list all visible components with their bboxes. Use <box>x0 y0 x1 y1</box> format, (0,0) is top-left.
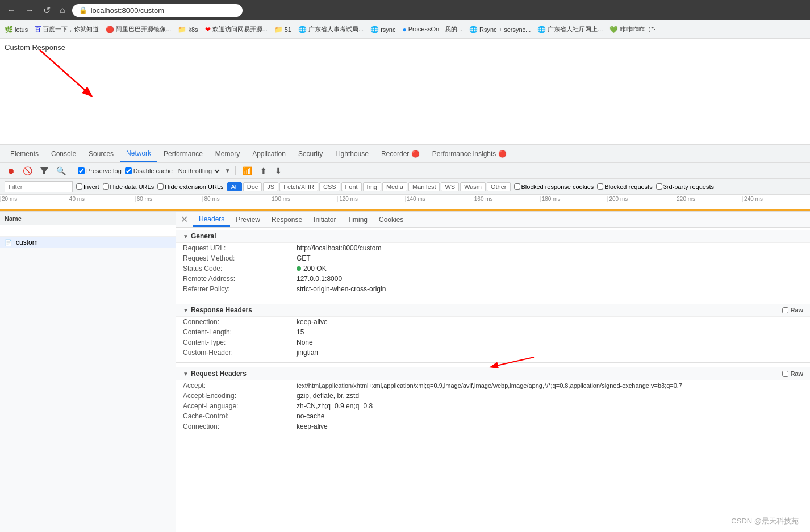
tab-performance-insights[interactable]: Performance insights 🔴 <box>427 146 512 161</box>
disable-cache-label[interactable]: Disable cache <box>125 167 173 174</box>
custom-header-row: Custom-Header: jingtian <box>176 347 810 358</box>
tab-console[interactable]: Console <box>45 146 82 161</box>
request-raw-checkbox[interactable] <box>782 371 788 377</box>
blocked-requests-checkbox[interactable] <box>597 183 603 190</box>
response-headers-section-header[interactable]: ▼ Response Headers Raw <box>176 304 810 317</box>
hide-data-urls-label[interactable]: Hide data URLs <box>103 183 155 190</box>
filter-tab-media[interactable]: Media <box>382 182 407 191</box>
filter-tab-css[interactable]: CSS <box>319 182 340 191</box>
address-bar[interactable]: 🔒 localhost:8000/custom <box>72 4 243 17</box>
filter-tab-js[interactable]: JS <box>263 182 278 191</box>
bookmark-guangdong-hr[interactable]: 🌐 广东省人事考试局... <box>298 25 364 33</box>
filter-tab-ws[interactable]: WS <box>441 182 459 191</box>
filter-tab-doc[interactable]: Doc <box>243 182 262 191</box>
details-tab-initiator[interactable]: Initiator <box>308 213 341 226</box>
third-party-checkbox[interactable] <box>656 183 662 190</box>
blocked-cookies-checkbox[interactable] <box>514 183 520 190</box>
filter-tab-wasm[interactable]: Wasm <box>460 182 486 191</box>
hide-data-urls-checkbox[interactable] <box>103 183 109 190</box>
bookmark-baidu[interactable]: 百 百度一下，你就知道 <box>35 25 99 33</box>
tab-sources[interactable]: Sources <box>83 146 119 161</box>
preserve-log-label[interactable]: Preserve log <box>78 167 122 174</box>
upload-button[interactable]: ⬆ <box>258 165 269 177</box>
hide-extension-urls-checkbox[interactable] <box>157 183 164 190</box>
svg-line-4 <box>491 357 534 367</box>
filter-tab-other[interactable]: Other <box>487 182 511 191</box>
response-raw-checkbox[interactable] <box>782 307 788 313</box>
bookmark-k8s[interactable]: 📁 k8s <box>178 26 198 33</box>
tab-memory[interactable]: Memory <box>210 146 245 161</box>
mark-40ms: 40 ms <box>68 196 135 202</box>
hide-extension-urls-label[interactable]: Hide extension URLs <box>157 183 223 190</box>
request-icon: 📄 <box>5 239 12 246</box>
search-button[interactable]: 🔍 <box>54 165 68 177</box>
filter-tab-font[interactable]: Font <box>341 182 362 191</box>
wifi-icon[interactable]: 📶 <box>240 165 254 177</box>
details-tab-response[interactable]: Response <box>266 213 308 226</box>
clear-button[interactable]: 🚫 <box>20 165 35 177</box>
tab-recorder[interactable]: Recorder 🔴 <box>375 146 425 161</box>
close-details-button[interactable]: ✕ <box>176 212 193 227</box>
filter-tab-fetch-xhr[interactable]: Fetch/XHR <box>279 182 318 191</box>
bookmark-lotus[interactable]: 🌿 lotus <box>5 26 28 33</box>
general-section-header[interactable]: ▼ General <box>176 230 810 243</box>
bookmark-alibaba[interactable]: 🔴 阿里巴巴开源镜像... <box>106 25 171 33</box>
tab-application[interactable]: Application <box>247 146 291 161</box>
details-tab-timing[interactable]: Timing <box>341 213 373 226</box>
back-button[interactable]: ← <box>5 3 18 18</box>
tab-network[interactable]: Network <box>120 146 157 162</box>
throttling-select[interactable]: No throttling Fast 3G Slow 3G Offline <box>176 167 222 175</box>
third-party-label[interactable]: 3rd-party requests <box>656 183 714 190</box>
mark-140ms: 140 ms <box>405 196 473 202</box>
request-raw-label[interactable]: Raw <box>782 370 803 377</box>
bookmark-misc[interactable]: 💚 咋咋咋咋（*· <box>609 25 655 33</box>
content-type-value: None <box>297 338 313 346</box>
invert-label[interactable]: Invert <box>76 183 99 190</box>
mark-200ms: 200 ms <box>607 196 675 202</box>
details-tabs-row: ✕ Headers Preview Response Initiator Tim… <box>176 212 810 228</box>
bookmark-processon[interactable]: ● ProcessOn - 我的... <box>402 25 462 33</box>
blocked-requests-label[interactable]: Blocked requests <box>597 183 652 190</box>
request-list-header: Name <box>0 212 176 225</box>
filter-tab-all[interactable]: All <box>227 182 242 191</box>
mark-180ms: 180 ms <box>540 196 608 202</box>
bookmark-rsync-label: rsync <box>381 26 395 33</box>
network-toolbar: ⏺ 🚫 🔍 Preserve log Disable cache No thro… <box>0 163 810 179</box>
lock-icon: 🔒 <box>79 6 87 14</box>
request-row-custom[interactable]: 📄 custom <box>0 237 176 248</box>
filter-tab-manifest[interactable]: Manifest <box>408 182 440 191</box>
details-tab-cookies[interactable]: Cookies <box>373 213 409 226</box>
bookmark-51[interactable]: 📁 51 <box>274 26 291 33</box>
response-raw-label[interactable]: Raw <box>782 307 803 313</box>
general-toggle-icon: ▼ <box>183 233 189 240</box>
blocked-cookies-label[interactable]: Blocked response cookies <box>514 183 594 190</box>
details-tab-headers[interactable]: Headers <box>193 213 230 227</box>
preserve-log-checkbox[interactable] <box>78 167 85 174</box>
tab-security[interactable]: Security <box>293 146 328 161</box>
connection-request-value: keep-alive <box>297 422 328 430</box>
reload-button[interactable]: ↺ <box>41 3 53 18</box>
download-button[interactable]: ⬇ <box>273 165 284 177</box>
request-method-key: Request Method: <box>183 254 297 262</box>
details-tab-preview[interactable]: Preview <box>230 213 266 226</box>
bookmark-guangdong-social[interactable]: 🌐 广东省人社厅网上... <box>537 25 603 33</box>
request-url-row: Request URL: http://localhost:8000/custo… <box>176 243 810 253</box>
filter-input[interactable] <box>5 181 73 192</box>
tab-elements[interactable]: Elements <box>5 146 44 161</box>
filter-tab-img[interactable]: Img <box>363 182 381 191</box>
stop-recording-button[interactable]: ⏺ <box>5 165 17 177</box>
bookmark-rsync2[interactable]: 🌐 Rsync + sersync... <box>469 26 531 33</box>
tab-performance[interactable]: Performance <box>158 146 208 161</box>
disable-cache-checkbox[interactable] <box>125 167 132 174</box>
name-column-header: Name <box>5 215 22 222</box>
invert-checkbox[interactable] <box>76 183 82 190</box>
bookmark-lotus-label: lotus <box>15 26 28 33</box>
general-section-title: General <box>191 232 216 240</box>
tab-lighthouse[interactable]: Lighthouse <box>329 146 374 161</box>
bookmark-wangyi[interactable]: ❤ 欢迎访问网易开源... <box>205 25 268 33</box>
filter-button[interactable] <box>38 166 51 176</box>
forward-button[interactable]: → <box>23 3 36 18</box>
bookmark-rsync[interactable]: 🌐 rsync <box>370 26 395 33</box>
accept-language-value: zh-CN,zh;q=0.9,en;q=0.8 <box>297 402 373 410</box>
home-button[interactable]: ⌂ <box>57 3 68 18</box>
